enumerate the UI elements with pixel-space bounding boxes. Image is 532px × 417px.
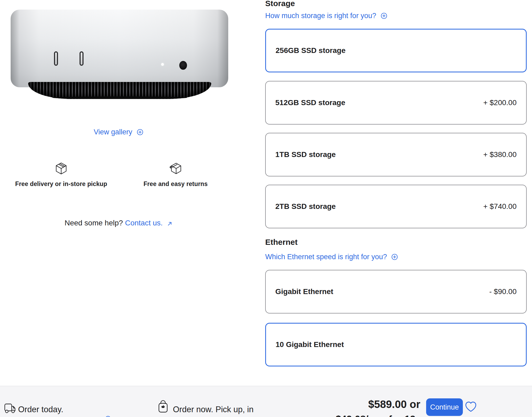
view-gallery-label: View gallery <box>94 128 132 136</box>
plus-circle-icon <box>389 254 398 262</box>
truck-icon <box>4 403 16 415</box>
order-pickup-text: Order now. Pick up, in <box>173 405 253 414</box>
mac-mini-configure-page: View gallery Free delivery or in-store p… <box>0 0 532 417</box>
option-label: Gigabit Ethernet <box>275 287 333 296</box>
ethernet-option-gigabit[interactable]: Gigabit Ethernet - $90.00 <box>265 270 527 313</box>
help-text: Need some help? <box>65 219 125 227</box>
heart-icon <box>465 409 477 413</box>
plus-circle-icon <box>378 13 388 21</box>
option-label: 1TB SSD storage <box>275 150 336 159</box>
view-gallery-row: View gallery <box>0 128 237 138</box>
option-label: 10 Gigabit Ethernet <box>276 340 344 349</box>
monthly-price-text: $49.08/mo. for 12 mo. <box>287 414 436 417</box>
view-gallery-link[interactable]: View gallery <box>94 128 144 136</box>
option-price: - $90.00 <box>489 287 517 296</box>
package-return-icon <box>169 172 182 176</box>
option-label: 512GB SSD storage <box>275 98 345 107</box>
mac-mini-front <box>11 10 228 87</box>
storage-option-2tb[interactable]: 2TB SSD storage + $740.00 <box>265 185 527 228</box>
feature-free-returns: Free and easy returns <box>117 162 234 188</box>
storage-help-row: How much storage is right for you? <box>265 12 388 21</box>
price-text: $589.00 or <box>287 398 420 410</box>
status-led <box>161 63 164 66</box>
continue-button[interactable]: Continue <box>426 398 463 416</box>
option-price: + $200.00 <box>483 98 517 107</box>
apple-bag-icon <box>157 400 169 415</box>
ethernet-help-row: Which Ethernet speed is right for you? <box>265 253 398 262</box>
option-label: 256GB SSD storage <box>276 46 346 55</box>
mac-mini-vent-base <box>28 82 211 99</box>
option-label: 2TB SSD storage <box>275 202 336 211</box>
feature-free-delivery: Free delivery or in-store pickup <box>3 162 120 188</box>
feature-label: Free and easy returns <box>117 180 234 188</box>
help-row: Need some help? Contact us. <box>0 219 237 229</box>
contact-us-label: Contact us. <box>125 219 163 227</box>
ethernet-option-10gigabit[interactable]: 10 Gigabit Ethernet <box>265 323 527 366</box>
contact-us-link[interactable]: Contact us. <box>125 219 163 227</box>
usb-c-port <box>54 51 58 66</box>
arrow-up-right-icon <box>167 220 173 228</box>
checkout-bar: Order today. Order now. Pick up, in $589… <box>0 386 532 417</box>
option-price: + $380.00 <box>483 150 517 159</box>
ethernet-help-label: Which Ethernet speed is right for you? <box>265 253 387 261</box>
ethernet-section-title: Ethernet <box>265 238 298 247</box>
option-price: + $740.00 <box>483 202 517 211</box>
storage-option-256gb[interactable]: 256GB SSD storage <box>265 29 527 72</box>
delivery-info-icon[interactable] <box>105 416 111 417</box>
storage-help-label: How much storage is right for you? <box>265 12 376 20</box>
plus-circle-icon <box>134 129 144 137</box>
package-icon <box>55 172 68 176</box>
storage-option-512gb[interactable]: 512GB SSD storage + $200.00 <box>265 81 527 125</box>
storage-option-1tb[interactable]: 1TB SSD storage + $380.00 <box>265 133 527 176</box>
ethernet-help-link[interactable]: Which Ethernet speed is right for you? <box>265 253 398 261</box>
order-today-text: Order today. <box>18 405 63 414</box>
headphone-jack <box>179 61 187 70</box>
usb-c-port <box>80 51 84 66</box>
favorite-button[interactable] <box>464 401 477 413</box>
product-image-mac-mini <box>11 7 228 101</box>
storage-section-title: Storage <box>265 0 295 8</box>
storage-help-link[interactable]: How much storage is right for you? <box>265 12 388 20</box>
feature-label: Free delivery or in-store pickup <box>3 180 120 188</box>
